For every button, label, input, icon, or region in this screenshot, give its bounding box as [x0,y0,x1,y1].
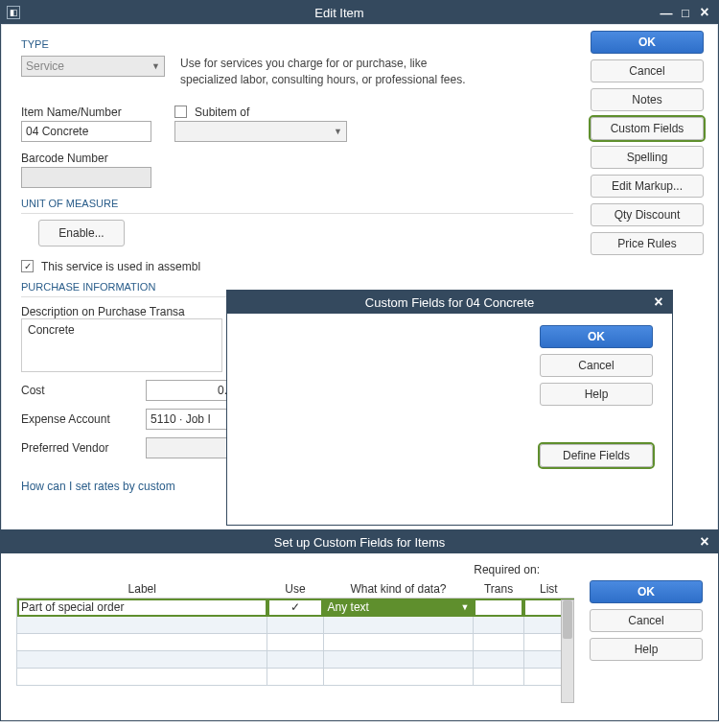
edit-item-title: Edit Item [20,6,659,20]
spelling-button[interactable]: Spelling [591,146,704,169]
qty-discount-button[interactable]: Qty Discount [591,203,704,226]
col-kind: What kind of data? [323,580,474,599]
maximize-icon[interactable]: □ [678,5,693,20]
preferred-vendor-field[interactable] [146,437,232,458]
price-rules-button[interactable]: Price Rules [591,232,704,255]
type-description: Use for services you charge for or purch… [180,56,468,88]
close-icon[interactable]: × [697,5,712,20]
custom-fields-table: Label Use What kind of data? Trans List … [16,580,574,686]
custom-fields-button[interactable]: Custom Fields [591,117,704,140]
cf-title: Custom Fields for 04 Concrete [233,295,666,310]
purchase-description-value: Concrete [28,323,75,337]
subitem-label: Subitem of [195,106,249,119]
barcode-label: Barcode Number [21,152,573,165]
item-name-label: Item Name/Number [21,106,151,119]
cf-ok-button[interactable]: OK [540,325,653,348]
table-row[interactable] [17,669,574,686]
cancel-button[interactable]: Cancel [591,59,704,82]
item-name-value: 04 Concrete [26,125,88,138]
edit-markup-button[interactable]: Edit Markup... [591,175,704,198]
chevron-down-icon: ▼ [460,602,469,612]
setup-title: Set up Custom Fields for Items [7,535,712,550]
table-row[interactable]: Part of special order ✓ Any text ▼ [17,599,574,617]
close-icon[interactable]: × [697,534,712,550]
setup-body: Required on: Label Use What kind of data… [1,553,718,720]
cf-side-buttons: OK Cancel Help [540,325,653,406]
expense-account-value: 5110 · Job I [151,412,211,426]
table-row[interactable] [17,617,574,634]
notes-button[interactable]: Notes [591,88,704,111]
col-list: List [523,580,573,599]
close-icon[interactable]: × [651,294,666,310]
expense-account-label: Expense Account [21,412,136,426]
define-fields-button[interactable]: Define Fields [540,444,653,467]
col-trans: Trans [474,580,523,599]
assembly-checkbox[interactable] [21,260,34,272]
row-kind-text: Any text [328,600,369,614]
preferred-vendor-label: Preferred Vendor [21,441,136,455]
cost-field[interactable]: 0. [146,380,232,401]
uom-label: UNIT OF MEASURE [21,198,573,209]
assembly-text: This service is used in assembl [41,260,200,273]
edit-item-side-buttons: OK Cancel Notes Custom Fields Spelling E… [591,31,704,255]
item-name-field[interactable]: 04 Concrete [21,121,151,142]
custom-fields-dialog: Custom Fields for 04 Concrete × OK Cance… [226,290,673,526]
subitem-checkbox[interactable] [174,106,187,118]
table-scrollbar[interactable] [561,599,574,703]
setup-table-wrap: Required on: Label Use What kind of data… [16,563,574,711]
type-label: TYPE [21,38,573,50]
ok-button[interactable]: OK [591,31,704,54]
cf-cancel-button[interactable]: Cancel [540,354,653,377]
subitem-combo[interactable]: ▼ [174,121,347,142]
purchase-description-field[interactable]: Concrete [21,318,222,372]
row-kind-cell[interactable]: Any text ▼ [323,599,474,617]
table-row[interactable] [17,651,574,669]
setup-ok-button[interactable]: OK [590,580,703,603]
type-value: Service [26,59,64,73]
setup-help-button[interactable]: Help [590,638,703,661]
setup-side-buttons: OK Cancel Help [590,580,703,711]
col-use: Use [267,580,323,599]
scrollbar-thumb[interactable] [563,600,572,639]
edit-item-titlebar: ◧ Edit Item — □ × [1,1,718,24]
enable-uom-button[interactable]: Enable... [38,220,125,247]
minimize-icon[interactable]: — [659,5,674,20]
setup-cancel-button[interactable]: Cancel [590,609,703,632]
cf-body: OK Cancel Help Define Fields [227,314,672,525]
col-label: Label [17,580,267,599]
table-row[interactable] [17,634,574,651]
type-combo[interactable]: Service ▼ [21,56,165,77]
setup-custom-fields-window: Set up Custom Fields for Items × Require… [0,529,719,721]
cost-label: Cost [21,384,136,397]
check-icon: ✓ [290,600,300,614]
chevron-down-icon: ▼ [151,61,160,71]
required-on-label: Required on: [474,563,540,576]
row-label-cell[interactable]: Part of special order [17,599,267,617]
chevron-down-icon: ▼ [334,127,342,136]
cf-help-button[interactable]: Help [540,383,653,406]
row-use-cell[interactable]: ✓ [267,599,323,617]
window-menu-icon[interactable]: ◧ [7,6,20,19]
row-label-text: Part of special order [21,600,124,614]
cf-titlebar: Custom Fields for 04 Concrete × [227,291,672,314]
expense-account-field[interactable]: 5110 · Job I [146,409,232,430]
setup-titlebar: Set up Custom Fields for Items × [1,530,718,553]
barcode-field[interactable] [21,167,151,188]
row-trans-cell[interactable] [474,599,523,617]
